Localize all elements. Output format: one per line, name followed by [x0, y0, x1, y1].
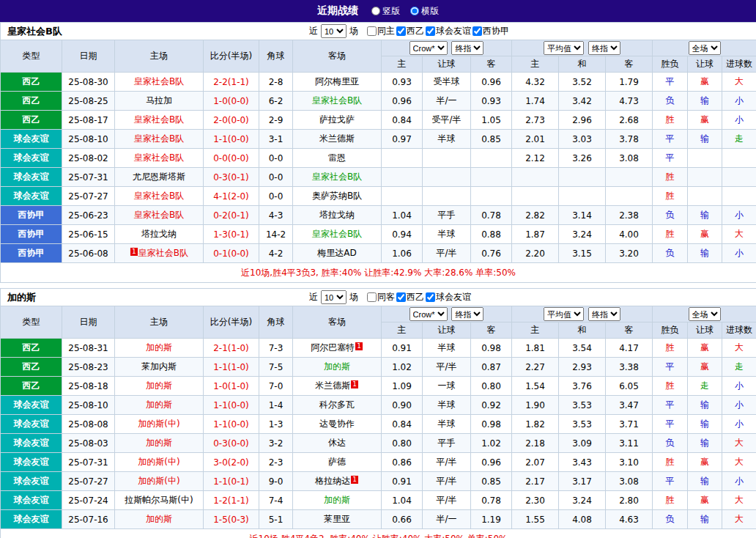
team-name-link[interactable]: 阿尔巴塞特: [311, 342, 355, 353]
team-name-link[interactable]: 皇家社会B队: [312, 172, 362, 182]
recent-count-select[interactable]: 10: [321, 24, 346, 38]
team-name-link[interactable]: 皇家社会B队: [134, 152, 184, 163]
score-cell[interactable]: 1-0(0-0): [204, 92, 259, 111]
bookmaker-select[interactable]: Crow*: [410, 307, 448, 321]
team-name-link[interactable]: 米兰德斯: [319, 133, 355, 144]
europe-away-odds-cell: 2.68: [606, 111, 653, 130]
date-cell: 25-08-02: [62, 149, 115, 168]
team-name-link[interactable]: 皇家社会B队: [134, 76, 184, 86]
europe-final-odds-select[interactable]: 终指: [588, 307, 620, 321]
filter-checkbox-球会友谊[interactable]: 球会友谊: [426, 291, 471, 303]
team-name-link[interactable]: 加的斯(中): [138, 476, 179, 486]
score-cell[interactable]: 2-2(1-1): [204, 73, 259, 92]
team-name-link[interactable]: 加的斯: [146, 438, 172, 448]
team-name-link[interactable]: 皇家社会B队: [134, 210, 184, 220]
league-type-cell: 球会友谊: [1, 396, 62, 415]
team-name-link[interactable]: 皇家社会B队: [312, 95, 362, 106]
scope-select[interactable]: 全场: [689, 307, 721, 321]
filter-checkbox-球会友谊[interactable]: 球会友谊: [426, 25, 471, 37]
recent-count-select[interactable]: 10: [321, 290, 346, 304]
score-cell[interactable]: 0-3(0-1): [204, 168, 259, 187]
score-cell[interactable]: 2-0(0-0): [204, 111, 259, 130]
team-name-link[interactable]: 莱里亚: [324, 514, 350, 524]
checkbox-同主[interactable]: [367, 26, 377, 36]
bookmaker-select[interactable]: Crow*: [410, 41, 448, 55]
checkbox-西乙[interactable]: [396, 26, 406, 36]
europe-draw-odds-cell: 3.03: [559, 130, 606, 149]
filter-checkbox-西乙[interactable]: 西乙: [396, 291, 424, 303]
team-name-link[interactable]: 塔拉戈纳: [319, 210, 355, 220]
team-name-link[interactable]: 雷恩: [328, 152, 346, 163]
team-name-link[interactable]: 奥萨苏纳B队: [312, 191, 362, 201]
score-cell[interactable]: 0-1(0-0): [204, 244, 259, 263]
score-cell[interactable]: 1-1(0-1): [204, 472, 259, 491]
score-cell[interactable]: 2-1(1-0): [204, 339, 259, 358]
score-cell[interactable]: 1-1(1-0): [204, 358, 259, 377]
team-name-link[interactable]: 加的斯: [324, 361, 350, 372]
team-name-link[interactable]: 科尔多瓦: [319, 399, 355, 410]
europe-draw-odds-cell: 2.96: [559, 111, 606, 130]
team-name-link[interactable]: 皇家社会B队: [134, 191, 184, 201]
checkbox-球会友谊[interactable]: [426, 292, 435, 302]
score-cell[interactable]: 3-0(2-0): [204, 453, 259, 472]
layout-radio[interactable]: [371, 7, 380, 15]
score-cell[interactable]: 1-0(1-0): [204, 377, 259, 396]
score-cell[interactable]: 0-0(0-0): [204, 149, 259, 168]
europe-final-odds-select[interactable]: 终指: [588, 41, 620, 55]
filter-checkbox-西乙[interactable]: 西乙: [396, 25, 424, 37]
team-name-link[interactable]: 皇家社会B队: [312, 229, 362, 239]
filter-checkbox-同客[interactable]: 同客: [367, 291, 395, 303]
checkbox-同客[interactable]: [367, 292, 377, 302]
filter-checkbox-西协甲[interactable]: 西协甲: [472, 25, 509, 37]
asia-final-odds-select[interactable]: 终指: [451, 41, 483, 55]
score-cell[interactable]: 1-2(1-1): [204, 491, 259, 510]
score-cell[interactable]: 0-2(0-1): [204, 206, 259, 225]
score-cell[interactable]: 1-1(0-0): [204, 130, 259, 149]
team-name-link[interactable]: 萨德: [328, 457, 346, 467]
team-name-link[interactable]: 尤尼恩斯塔斯: [133, 172, 185, 182]
team-name-link[interactable]: 皇家社会B队: [134, 114, 184, 125]
layout-option-horizontal[interactable]: 横版: [410, 5, 439, 18]
date-cell: 25-07-27: [62, 187, 115, 206]
score-cell[interactable]: 1-1(0-0): [204, 415, 259, 434]
team-name-link[interactable]: 莱加内斯: [141, 361, 177, 372]
team-name-link[interactable]: 拉斯帕尔马斯(中): [125, 495, 193, 505]
asia-final-odds-select[interactable]: 终指: [451, 307, 483, 321]
score-cell[interactable]: 1-3(0-1): [204, 225, 259, 244]
europe-avg-select[interactable]: 平均值: [544, 307, 584, 321]
team-name-link[interactable]: 皇家社会B队: [134, 133, 184, 144]
scope-select[interactable]: 全场: [689, 41, 721, 55]
score-cell[interactable]: 0-3(0-0): [204, 434, 259, 453]
europe-avg-select[interactable]: 平均值: [544, 41, 584, 55]
team-name-link[interactable]: 阿尔梅里亚: [315, 76, 359, 86]
team-name-link[interactable]: 加的斯: [146, 514, 172, 524]
score-cell[interactable]: 4-1(2-0): [204, 187, 259, 206]
team-name-link[interactable]: 格拉纳达: [315, 476, 350, 486]
team-name-link[interactable]: 休达: [328, 438, 346, 448]
checkbox-西乙[interactable]: [396, 292, 406, 302]
team-name-link[interactable]: 马拉加: [146, 95, 172, 106]
layout-option-vertical[interactable]: 竖版: [371, 5, 400, 18]
home-team-cell: 皇家社会B队: [115, 130, 204, 149]
team-name-link[interactable]: 梅里达AD: [317, 248, 356, 258]
team-name-link[interactable]: 米兰德斯: [315, 380, 350, 391]
league-type-cell: 球会友谊: [1, 453, 62, 472]
team-name-link[interactable]: 加的斯(中): [138, 457, 179, 467]
team-name-link[interactable]: 萨拉戈萨: [319, 114, 355, 125]
team-name-link[interactable]: 加的斯(中): [138, 419, 179, 429]
team-name-link[interactable]: 加的斯: [324, 495, 350, 505]
team-name-link[interactable]: 加的斯: [146, 380, 172, 391]
team-name-link[interactable]: 塔拉戈纳: [141, 229, 177, 239]
team-name-link[interactable]: 加的斯: [146, 399, 172, 410]
team-name-link[interactable]: 达曼协作: [319, 419, 355, 429]
asia-home-odds-cell: 0.94: [382, 225, 423, 244]
team-name-link[interactable]: 加的斯: [146, 342, 172, 353]
checkbox-西协甲[interactable]: [472, 26, 482, 36]
layout-radio[interactable]: [410, 7, 419, 15]
asia-home-odds-cell: 0.91: [382, 472, 423, 491]
team-name-link[interactable]: 皇家社会B队: [138, 248, 188, 258]
filter-checkbox-同主[interactable]: 同主: [367, 25, 395, 37]
score-cell[interactable]: 1-5(0-3): [204, 510, 259, 529]
checkbox-球会友谊[interactable]: [426, 26, 435, 36]
score-cell[interactable]: 1-1(0-0): [204, 396, 259, 415]
